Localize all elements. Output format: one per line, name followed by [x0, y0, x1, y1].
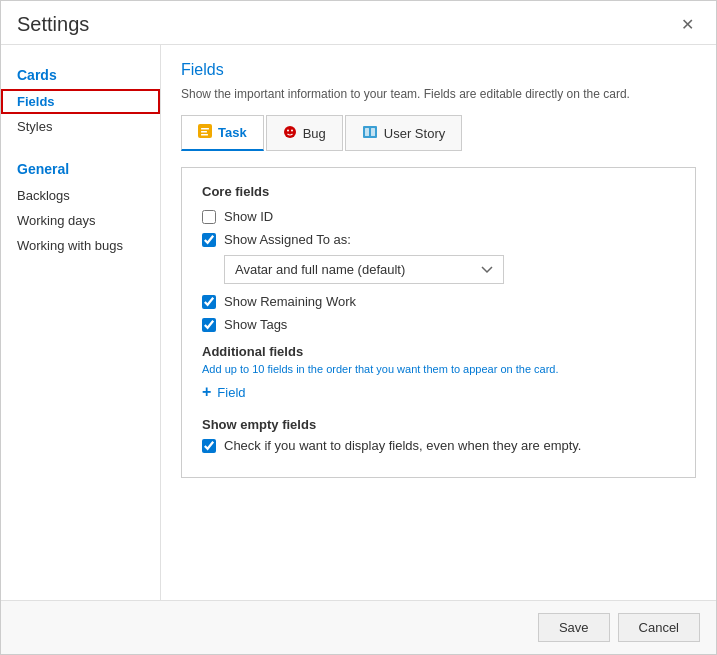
- cancel-button[interactable]: Cancel: [618, 613, 700, 642]
- sidebar-item-styles[interactable]: Styles: [1, 114, 160, 139]
- tab-userstory[interactable]: User Story: [345, 115, 462, 151]
- show-tags-label: Show Tags: [224, 317, 287, 332]
- tab-bug-label: Bug: [303, 126, 326, 141]
- svg-rect-9: [371, 128, 375, 136]
- userstory-icon: [362, 125, 378, 142]
- show-empty-checkbox[interactable]: [202, 439, 216, 453]
- show-remaining-row: Show Remaining Work: [202, 294, 675, 309]
- section-title: Fields: [181, 61, 696, 79]
- show-assigned-label: Show Assigned To as:: [224, 232, 351, 247]
- core-fields-title: Core fields: [202, 184, 675, 199]
- show-empty-label: Check if you want to display fields, eve…: [224, 438, 581, 453]
- add-field-button[interactable]: + Field: [202, 383, 246, 401]
- content-box: Core fields Show ID Show Assigned To as:…: [181, 167, 696, 478]
- save-button[interactable]: Save: [538, 613, 610, 642]
- dialog-body: Cards Fields Styles General Backlogs Wor…: [1, 44, 716, 600]
- svg-point-6: [291, 129, 293, 131]
- show-assigned-row: Show Assigned To as:: [202, 232, 675, 247]
- additional-fields-title: Additional fields: [202, 344, 675, 359]
- show-remaining-label: Show Remaining Work: [224, 294, 356, 309]
- settings-dialog: Settings ✕ Cards Fields Styles General B…: [0, 0, 717, 655]
- sidebar-item-fields[interactable]: Fields: [1, 89, 160, 114]
- sidebar-section-general[interactable]: General: [1, 155, 160, 183]
- svg-rect-8: [365, 128, 369, 136]
- dialog-footer: Save Cancel: [1, 600, 716, 654]
- sidebar: Cards Fields Styles General Backlogs Wor…: [1, 45, 161, 600]
- tab-bug[interactable]: Bug: [266, 115, 343, 151]
- show-empty-section: Show empty fields Check if you want to d…: [202, 417, 675, 453]
- dialog-title: Settings: [17, 13, 89, 36]
- bug-icon: [283, 125, 297, 142]
- show-id-row: Show ID: [202, 209, 675, 224]
- dialog-header: Settings ✕: [1, 1, 716, 44]
- show-empty-row: Check if you want to display fields, eve…: [202, 438, 675, 453]
- svg-point-5: [287, 129, 289, 131]
- dropdown-row: Avatar and full name (default) Avatar on…: [224, 255, 675, 284]
- show-empty-title: Show empty fields: [202, 417, 675, 432]
- sidebar-section-cards[interactable]: Cards: [1, 61, 160, 89]
- sidebar-item-backlogs[interactable]: Backlogs: [1, 183, 160, 208]
- svg-rect-3: [201, 134, 208, 136]
- tabs-bar: Task Bug User Story: [181, 115, 696, 151]
- svg-rect-1: [201, 128, 209, 130]
- task-icon: [198, 124, 212, 141]
- tab-userstory-label: User Story: [384, 126, 445, 141]
- show-tags-row: Show Tags: [202, 317, 675, 332]
- assigned-dropdown[interactable]: Avatar and full name (default) Avatar on…: [224, 255, 504, 284]
- close-button[interactable]: ✕: [675, 15, 700, 35]
- svg-rect-2: [201, 131, 207, 133]
- show-assigned-checkbox[interactable]: [202, 233, 216, 247]
- main-content: Fields Show the important information to…: [161, 45, 716, 600]
- show-tags-checkbox[interactable]: [202, 318, 216, 332]
- additional-fields-desc: Add up to 10 fields in the order that yo…: [202, 363, 675, 375]
- tab-task[interactable]: Task: [181, 115, 264, 151]
- show-remaining-checkbox[interactable]: [202, 295, 216, 309]
- sidebar-item-working-with-bugs[interactable]: Working with bugs: [1, 233, 160, 258]
- show-id-label: Show ID: [224, 209, 273, 224]
- section-desc: Show the important information to your t…: [181, 87, 696, 101]
- add-field-label: Field: [217, 385, 245, 400]
- show-id-checkbox[interactable]: [202, 210, 216, 224]
- plus-icon: +: [202, 383, 211, 401]
- svg-point-4: [284, 126, 296, 138]
- tab-task-label: Task: [218, 125, 247, 140]
- sidebar-item-working-days[interactable]: Working days: [1, 208, 160, 233]
